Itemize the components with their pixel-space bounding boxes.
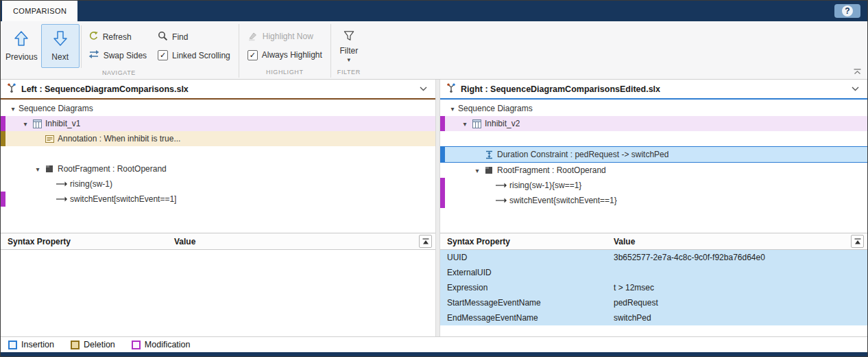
highlight-now-button[interactable]: Highlight Now — [245, 29, 325, 45]
toolstrip-divider — [330, 24, 331, 78]
tree-item[interactable]: Annotation : When inhibit is true... — [1, 131, 435, 146]
left-property-table-header: Syntax Property Value — [1, 233, 435, 250]
highlighter-icon — [248, 30, 258, 43]
find-button[interactable]: Find — [155, 29, 233, 45]
collapse-panel-button[interactable] — [851, 235, 864, 248]
left-pane-selector-dropdown[interactable] — [418, 84, 429, 93]
indent-spacer — [1, 199, 45, 200]
highlight-section-label: HIGHLIGHT — [242, 69, 328, 79]
branch-icon — [446, 83, 456, 95]
highlight-group: Highlight Now ✓ Always Highlight HIGHLIG… — [241, 21, 329, 79]
property-value: t > 12msec — [614, 283, 654, 292]
left-pane-title: Left : SequenceDiagramComparisons.slx — [21, 84, 189, 94]
help-button[interactable]: ? — [834, 4, 860, 18]
swap-sides-icon — [88, 49, 99, 61]
expand-toggle-icon[interactable]: ▾ — [32, 165, 43, 173]
tree-item[interactable]: ▾RootFragment : RootOperand — [1, 161, 435, 176]
sequence-diagram-icon — [31, 119, 43, 128]
change-marker — [1, 116, 5, 131]
next-label: Next — [51, 52, 69, 62]
left-tree: ▾Sequence Diagrams▾Inhibit_v1Annotation … — [1, 100, 435, 233]
expand-toggle-icon[interactable]: ▾ — [472, 167, 483, 174]
left-pane: Left : SequenceDiagramComparisons.slx ▾S… — [1, 80, 435, 336]
comparison-window: COMPARISON ? Previous Next — [0, 0, 868, 357]
tree-item-label: Sequence Diagrams — [19, 104, 93, 113]
linked-scrolling-checkbox[interactable]: ✓ Linked Scrolling — [155, 47, 233, 63]
deletion-swatch-icon — [71, 341, 80, 349]
indent-spacer — [440, 108, 447, 109]
legend-label: Deletion — [84, 340, 115, 349]
tree-item-label: Sequence Diagrams — [458, 104, 533, 113]
tree-item-label: Inhibit_v2 — [485, 119, 520, 128]
tree-spacer — [440, 131, 867, 146]
linked-scrolling-label: Linked Scrolling — [172, 51, 230, 60]
fragment-icon — [483, 166, 495, 174]
pane-splitter[interactable] — [435, 80, 440, 336]
legend: InsertionDeletionModification — [1, 336, 867, 352]
tree-item[interactable]: ▾Inhibit_v1 — [1, 116, 435, 131]
expand-toggle-icon[interactable]: ▾ — [459, 120, 470, 128]
previous-label: Previous — [5, 52, 38, 62]
legend-item-insertion: Insertion — [8, 340, 54, 349]
toolstrip: Previous Next Refresh — [1, 21, 867, 80]
indent-spacer — [1, 169, 32, 170]
message-arrow-icon — [495, 182, 507, 189]
always-highlight-checkbox[interactable]: ✓ Always Highlight — [245, 47, 325, 63]
next-button[interactable]: Next — [41, 24, 80, 68]
tree-item-label: switchEvent[switchEvent==1] — [70, 194, 176, 204]
toolstrip-divider — [239, 24, 239, 78]
expand-toggle-icon[interactable]: ▾ — [447, 105, 458, 113]
message-arrow-icon — [56, 196, 68, 203]
tab-comparison[interactable]: COMPARISON — [2, 1, 77, 21]
filter-label: Filter — [339, 46, 358, 56]
find-label: Find — [172, 32, 188, 42]
legend-item-deletion: Deletion — [71, 340, 115, 349]
change-marker — [440, 178, 445, 193]
filter-group: Filter ▾ FILTER — [333, 21, 365, 79]
tree-item[interactable]: switchEvent{switchEvent==1} — [440, 193, 867, 208]
filter-button[interactable]: Filter ▾ — [334, 25, 364, 67]
collapse-toolstrip-button[interactable] — [854, 69, 861, 75]
tree-spacer — [1, 146, 435, 161]
collapse-panel-button[interactable] — [419, 235, 432, 248]
right-pane-selector-dropdown[interactable] — [849, 84, 861, 93]
property-row[interactable]: StartMessageEventNamepedRequest — [440, 295, 867, 310]
swap-sides-label: Swap Sides — [104, 51, 147, 60]
left-pane-header: Left : SequenceDiagramComparisons.slx — [1, 80, 435, 100]
tree-item[interactable]: ▾RootFragment : RootOperand — [440, 163, 867, 178]
tree-item[interactable]: rising(sw-1) — [1, 176, 435, 192]
expand-toggle-icon[interactable]: ▾ — [20, 120, 31, 128]
tree-item-label: RootFragment : RootOperand — [497, 165, 606, 175]
tree-item[interactable]: ▾Inhibit_v2 — [440, 116, 867, 131]
left-property-table — [1, 250, 435, 336]
tree-item-label: switchEvent{switchEvent==1} — [509, 196, 617, 205]
refresh-label: Refresh — [103, 32, 132, 42]
tree-item-label: RootFragment : RootOperand — [58, 164, 167, 174]
right-property-table-header: Syntax Property Value — [440, 233, 867, 250]
swap-sides-button[interactable]: Swap Sides — [86, 47, 149, 63]
expand-toggle-icon[interactable]: ▾ — [8, 105, 19, 113]
property-row[interactable]: Expressiont > 12msec — [440, 280, 867, 295]
modification-swatch-icon — [132, 341, 141, 349]
property-name: EndMessageEventName — [447, 313, 614, 323]
tree-item[interactable]: ▾Sequence Diagrams — [1, 101, 435, 116]
indent-spacer — [440, 185, 484, 186]
titlebar: COMPARISON ? — [1, 1, 867, 21]
previous-button[interactable]: Previous — [2, 24, 41, 68]
right-pane-header: Right : SequenceDiagramComparisonsEdited… — [440, 80, 867, 100]
tree-item[interactable]: rising(sw-1){sw==1} — [440, 178, 867, 193]
value-column-header: Value — [174, 237, 195, 246]
property-row[interactable]: ExternalUID — [440, 265, 867, 280]
navigate-section-label: NAVIGATE — [2, 69, 236, 79]
property-row[interactable]: EndMessageEventNameswitchPed — [440, 310, 867, 325]
always-highlight-label: Always Highlight — [262, 50, 322, 60]
tree-item[interactable]: Duration Constraint : pedRequest -> swit… — [440, 146, 867, 163]
syntax-property-column-header: Syntax Property — [8, 237, 174, 246]
refresh-button[interactable]: Refresh — [86, 29, 149, 45]
property-row[interactable]: UUID3b652577-2e7a-4c8c-9c0f-f92ba76d64e0 — [440, 250, 867, 265]
legend-label: Modification — [145, 340, 191, 349]
status-bar — [1, 352, 867, 356]
right-pane-title: Right : SequenceDiagramComparisonsEdited… — [461, 84, 660, 94]
tree-item[interactable]: ▾Sequence Diagrams — [440, 101, 867, 116]
tree-item[interactable]: switchEvent[switchEvent==1] — [1, 192, 435, 207]
